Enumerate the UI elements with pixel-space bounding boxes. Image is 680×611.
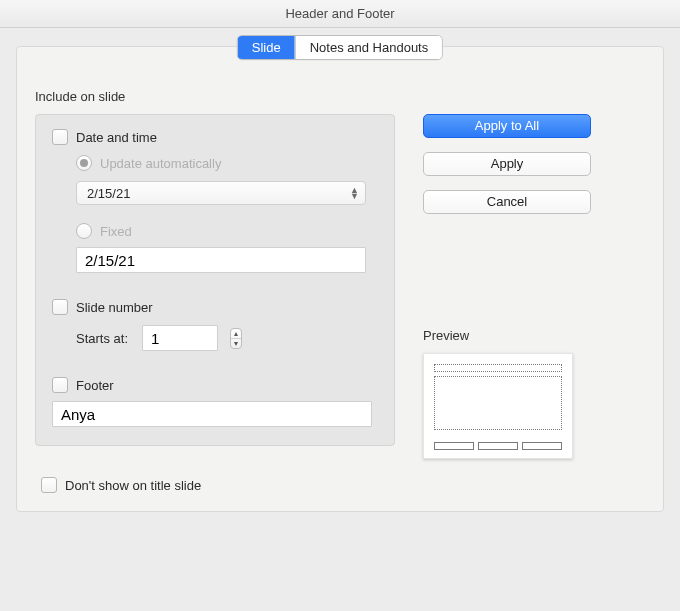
starts-at-stepper[interactable]: ▴ ▾ — [230, 328, 242, 349]
slide-number-checkbox[interactable] — [52, 299, 68, 315]
main-panel: Slide Notes and Handouts Include on slid… — [16, 46, 664, 512]
chevron-updown-icon: ▲▼ — [350, 187, 359, 199]
footer-label: Footer — [76, 378, 114, 393]
slide-number-label: Slide number — [76, 300, 153, 315]
fixed-label: Fixed — [100, 224, 132, 239]
preview-box — [423, 353, 573, 459]
update-automatically-radio[interactable] — [76, 155, 92, 171]
preview-footer-slot — [478, 442, 518, 450]
dialog-window: Header and Footer Slide Notes and Handou… — [0, 0, 680, 611]
window-title: Header and Footer — [285, 6, 394, 21]
preview-footer-region — [434, 442, 562, 450]
preview-label: Preview — [423, 328, 645, 343]
apply-to-all-button[interactable]: Apply to All — [423, 114, 591, 138]
preview-body-region — [434, 376, 562, 430]
update-automatically-label: Update automatically — [100, 156, 221, 171]
stepper-down-icon: ▾ — [231, 338, 241, 348]
dont-show-title-label: Don't show on title slide — [65, 478, 201, 493]
apply-button[interactable]: Apply — [423, 152, 591, 176]
options-group: Date and time Update automatically 2/15/… — [35, 114, 395, 446]
titlebar: Header and Footer — [0, 0, 680, 28]
tab-control: Slide Notes and Handouts — [237, 35, 443, 60]
fixed-date-input[interactable] — [76, 247, 366, 273]
fixed-radio[interactable] — [76, 223, 92, 239]
include-on-slide-label: Include on slide — [35, 89, 645, 104]
preview-footer-slot — [434, 442, 474, 450]
stepper-up-icon: ▴ — [231, 329, 241, 338]
dont-show-title-checkbox[interactable] — [41, 477, 57, 493]
preview-header-region — [434, 364, 562, 372]
content: Slide Notes and Handouts Include on slid… — [0, 28, 680, 524]
date-format-select[interactable]: 2/15/21 ▲▼ — [76, 181, 366, 205]
cancel-button[interactable]: Cancel — [423, 190, 591, 214]
date-format-value: 2/15/21 — [87, 186, 130, 201]
date-time-label: Date and time — [76, 130, 157, 145]
footer-input[interactable] — [52, 401, 372, 427]
tab-slide[interactable]: Slide — [238, 36, 295, 59]
date-time-checkbox[interactable] — [52, 129, 68, 145]
starts-at-input[interactable] — [142, 325, 218, 351]
starts-at-label: Starts at: — [76, 331, 128, 346]
preview-footer-slot — [522, 442, 562, 450]
footer-checkbox[interactable] — [52, 377, 68, 393]
tab-notes-handouts[interactable]: Notes and Handouts — [295, 36, 443, 59]
